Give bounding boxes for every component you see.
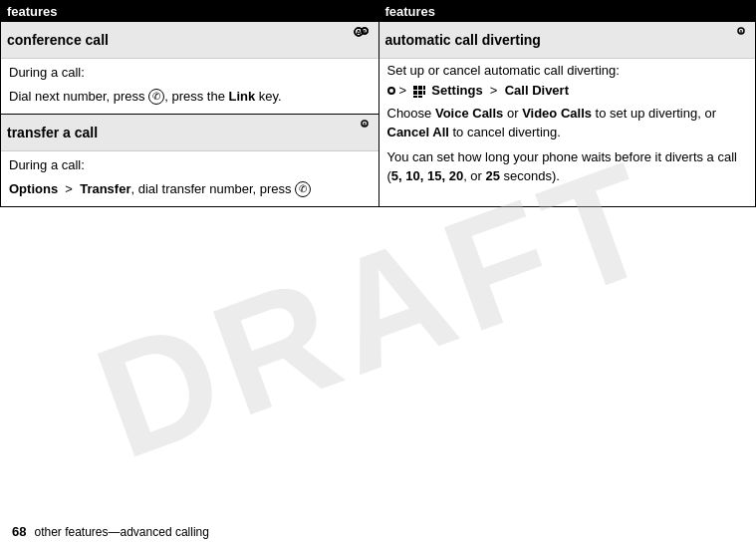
conference-call-block: conference call A A During a call: Dial … <box>1 22 378 115</box>
accessibility-icon-2: A <box>345 119 373 146</box>
conference-call-content: During a call: Dial next number, press ✆… <box>1 59 378 114</box>
svg-rect-15 <box>423 91 425 95</box>
svg-rect-13 <box>413 91 417 95</box>
divert-body-2: You can set how long your phone waits be… <box>387 147 748 186</box>
divert-intro: Set up or cancel automatic call divertin… <box>387 63 748 78</box>
svg-rect-14 <box>418 91 422 95</box>
left-header-text: features <box>7 4 58 19</box>
time-values: 5, 10, 15, 20 <box>391 168 463 183</box>
page-label: other features—advanced calling <box>34 525 208 539</box>
bottom-bar: 68 other features—advanced calling <box>0 518 756 545</box>
accessibility-icon: A A <box>345 26 373 54</box>
svg-text:A: A <box>362 122 367 128</box>
last-time-value: 25 <box>486 168 500 183</box>
svg-rect-11 <box>418 86 422 90</box>
voice-calls-label: Voice Calls <box>435 106 503 121</box>
call-button-icon-2: ✆ <box>295 181 311 197</box>
left-column: features conference call A A During a ca… <box>0 0 378 207</box>
conference-call-title-row: conference call A A <box>1 22 378 59</box>
transfer-options: Options > Transfer, dial transfer number… <box>9 179 371 199</box>
auto-call-divert-block: automatic call diverting A Set up or can… <box>379 22 756 194</box>
bullet-dot <box>387 87 395 95</box>
video-calls-label: Video Calls <box>522 106 592 121</box>
options-label: Options <box>9 181 58 196</box>
link-key-label: Link <box>229 89 256 104</box>
right-header-text: features <box>385 4 436 19</box>
svg-rect-16 <box>413 96 417 98</box>
transfer-call-content: During a call: Options > Transfer, dial … <box>1 151 378 206</box>
transfer-call-title: transfer a call <box>7 125 98 140</box>
svg-rect-10 <box>413 86 417 90</box>
transfer-label: Transfer <box>80 181 130 196</box>
grid-icon <box>412 85 426 99</box>
main-content: features conference call A A During a ca… <box>0 0 756 207</box>
auto-call-divert-content: Set up or cancel automatic call divertin… <box>379 59 756 194</box>
transfer-during-call: During a call: <box>9 155 371 175</box>
left-header: features <box>1 1 378 22</box>
dial-instruction: Dial next number, press ✆, press the Lin… <box>9 87 371 107</box>
right-header: features <box>379 1 756 22</box>
cancel-all-label: Cancel All <box>387 125 449 139</box>
right-column: features automatic call diverting A Set … <box>378 0 757 207</box>
auto-call-divert-title: automatic call diverting <box>385 32 541 48</box>
svg-text:A: A <box>739 29 744 35</box>
transfer-call-title-row: transfer a call A <box>1 115 378 151</box>
call-divert-label: Call Divert <box>505 83 569 98</box>
during-call-text: During a call: <box>9 63 371 83</box>
conference-call-title: conference call <box>7 32 109 48</box>
auto-call-divert-title-row: automatic call diverting A <box>379 22 756 59</box>
svg-rect-12 <box>423 86 425 90</box>
svg-rect-17 <box>418 96 422 98</box>
page-number: 68 <box>12 524 26 539</box>
transfer-call-block: transfer a call A During a call: Options… <box>1 115 378 206</box>
accessibility-icon-3: A <box>721 26 749 54</box>
call-button-icon: ✆ <box>148 89 164 105</box>
nav-bullet-item: > <box>387 83 748 99</box>
nav-text: > <box>399 83 570 99</box>
divert-body-1: Choose Voice Calls or Video Calls to set… <box>387 104 748 142</box>
settings-nav-label: Settings <box>431 83 482 98</box>
